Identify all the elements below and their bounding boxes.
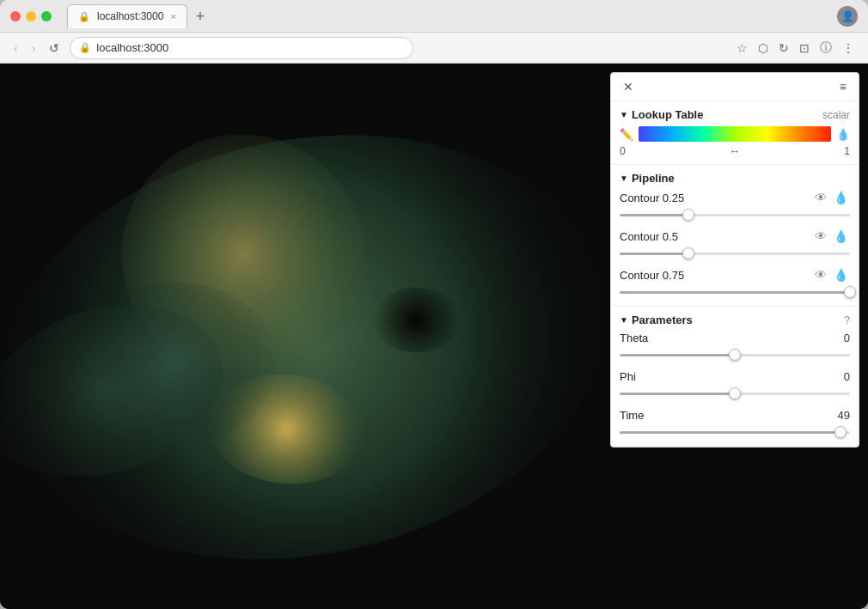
param-time-name: Time bbox=[620, 409, 644, 422]
param-theta-value: 0 bbox=[844, 332, 850, 344]
contour-025-name: Contour 0.25 bbox=[620, 192, 813, 204]
contour-025-track bbox=[620, 214, 850, 216]
url-bar[interactable]: 🔒 localhost:3000 bbox=[70, 37, 413, 59]
panel-header: ✕ ≡ bbox=[611, 73, 859, 101]
phi-track bbox=[620, 393, 850, 395]
pipeline-item-contour-05: Contour 0.5 👁 💧 bbox=[620, 228, 850, 260]
contour-025-thumb[interactable] bbox=[682, 209, 694, 221]
profile-icon[interactable]: 👤 bbox=[837, 6, 858, 27]
browser-window: 🔒 localhost:3000 × + 👤 ‹ › ↺ 🔒 localhost… bbox=[0, 0, 868, 609]
contour-075-thumb[interactable] bbox=[844, 286, 856, 298]
title-bar: 🔒 localhost:3000 × + 👤 bbox=[0, 0, 868, 33]
parameters-header: ▼ Parameters ? bbox=[620, 314, 850, 326]
tab-bar: 🔒 localhost:3000 × + bbox=[67, 4, 830, 28]
colormap-range: 0 ↔ 1 bbox=[620, 145, 850, 157]
param-phi: Phi 0 bbox=[620, 370, 850, 400]
contour-075-name: Contour 0.75 bbox=[620, 269, 813, 282]
pipeline-item-05-header: Contour 0.5 👁 💧 bbox=[620, 228, 850, 244]
back-button[interactable]: ‹ bbox=[10, 40, 21, 57]
contour-025-slider[interactable] bbox=[620, 208, 850, 222]
phi-slider[interactable] bbox=[620, 387, 850, 400]
contour-05-thumb[interactable] bbox=[682, 247, 694, 259]
info-button[interactable]: ⓘ bbox=[816, 38, 835, 58]
time-track bbox=[620, 431, 850, 434]
pipeline-item-025-header: Contour 0.25 👁 💧 bbox=[620, 190, 850, 205]
contour-025-visibility-button[interactable]: 👁 bbox=[813, 190, 828, 205]
theta-fill bbox=[620, 354, 735, 356]
traffic-lights bbox=[10, 11, 52, 21]
colormap-min: 0 bbox=[620, 145, 626, 157]
contour-025-fill bbox=[620, 214, 688, 216]
browser-actions: ☆ ⬡ ↻ ⊡ ⓘ ⋮ bbox=[733, 38, 858, 58]
contour-05-slider[interactable] bbox=[620, 247, 850, 260]
contour-025-actions: 👁 💧 bbox=[813, 190, 850, 205]
lookup-table-type: scalar bbox=[822, 109, 850, 121]
minimize-button[interactable] bbox=[26, 11, 36, 21]
pipeline-section: ▼ Pipeline Contour 0.25 👁 💧 bbox=[611, 165, 859, 307]
colormap-arrow: ↔ bbox=[730, 145, 740, 157]
colormap-row: ✏️ 💧 bbox=[620, 126, 850, 142]
parameters-chevron[interactable]: ▼ bbox=[620, 315, 628, 325]
lookup-table-chevron[interactable]: ▼ bbox=[620, 110, 628, 119]
contour-075-track bbox=[620, 291, 850, 294]
panel-close-button[interactable]: ✕ bbox=[620, 78, 637, 95]
time-fill bbox=[620, 431, 840, 434]
panel-menu-button[interactable]: ≡ bbox=[836, 78, 850, 95]
contour-075-delete-button[interactable]: 💧 bbox=[832, 267, 850, 283]
screenshot-button[interactable]: ⊡ bbox=[796, 39, 813, 58]
contour-025-delete-button[interactable]: 💧 bbox=[832, 190, 850, 205]
parameters-section: ▼ Parameters ? Theta 0 bbox=[611, 307, 859, 447]
lookup-table-header: ▼ Lookup Table scalar bbox=[620, 108, 850, 121]
pipeline-item-contour-075: Contour 0.75 👁 💧 bbox=[620, 267, 850, 299]
pipeline-item-contour-025: Contour 0.25 👁 💧 bbox=[620, 190, 850, 222]
url-text: localhost:3000 bbox=[96, 41, 168, 54]
theta-track bbox=[620, 354, 850, 356]
active-tab[interactable]: 🔒 localhost:3000 × bbox=[67, 4, 187, 28]
param-time-header: Time 49 bbox=[620, 409, 850, 422]
parameters-label: Parameters bbox=[632, 314, 693, 326]
forward-button[interactable]: › bbox=[28, 40, 40, 57]
contour-05-track bbox=[620, 253, 850, 255]
control-panel: ✕ ≡ ▼ Lookup Table scalar ✏️ 💧 0 ↔ bbox=[610, 72, 859, 448]
address-bar: ‹ › ↺ 🔒 localhost:3000 ☆ ⬡ ↻ ⊡ ⓘ ⋮ bbox=[0, 33, 868, 64]
close-button[interactable] bbox=[10, 11, 21, 21]
pipeline-header: ▼ Pipeline bbox=[620, 172, 850, 185]
pipeline-item-075-header: Contour 0.75 👁 💧 bbox=[620, 267, 850, 283]
contour-05-delete-button[interactable]: 💧 bbox=[832, 228, 850, 244]
param-phi-header: Phi 0 bbox=[620, 370, 850, 383]
contour-05-fill bbox=[620, 253, 688, 255]
param-time-value: 49 bbox=[838, 409, 850, 422]
param-theta: Theta 0 bbox=[620, 332, 850, 362]
contour-05-name: Contour 0.5 bbox=[620, 230, 813, 243]
param-theta-name: Theta bbox=[620, 332, 648, 344]
bookmark-button[interactable]: ☆ bbox=[733, 39, 751, 58]
param-time: Time 49 bbox=[620, 409, 850, 439]
colormap-edit-icon[interactable]: ✏️ bbox=[620, 128, 633, 141]
contour-05-visibility-button[interactable]: 👁 bbox=[813, 228, 828, 244]
param-phi-value: 0 bbox=[844, 370, 850, 383]
time-thumb[interactable] bbox=[834, 426, 847, 438]
contour-075-slider[interactable] bbox=[620, 285, 850, 299]
pipeline-chevron[interactable]: ▼ bbox=[620, 174, 628, 183]
colormap-drop-icon[interactable]: 💧 bbox=[836, 128, 850, 141]
contour-075-visibility-button[interactable]: 👁 bbox=[813, 267, 828, 283]
tab-favicon-icon: 🔒 bbox=[78, 11, 90, 22]
time-slider[interactable] bbox=[620, 425, 850, 439]
reload-button[interactable]: ↺ bbox=[46, 40, 63, 57]
phi-fill bbox=[620, 393, 735, 395]
colormap-gradient[interactable] bbox=[639, 126, 831, 142]
extension1-button[interactable]: ⬡ bbox=[755, 39, 772, 58]
tab-close-button[interactable]: × bbox=[170, 11, 175, 21]
theta-slider[interactable] bbox=[620, 348, 850, 362]
menu-button[interactable]: ⋮ bbox=[839, 39, 858, 58]
contour-075-fill bbox=[620, 291, 850, 294]
maximize-button[interactable] bbox=[41, 11, 52, 21]
phi-thumb[interactable] bbox=[729, 387, 741, 399]
theta-thumb[interactable] bbox=[729, 349, 741, 361]
parameters-help[interactable]: ? bbox=[844, 314, 850, 326]
colormap-max: 1 bbox=[844, 145, 850, 157]
tab-title: localhost:3000 bbox=[97, 10, 163, 22]
extension2-button[interactable]: ↻ bbox=[775, 39, 792, 58]
new-tab-button[interactable]: + bbox=[191, 9, 211, 24]
secure-icon: 🔒 bbox=[79, 42, 91, 53]
